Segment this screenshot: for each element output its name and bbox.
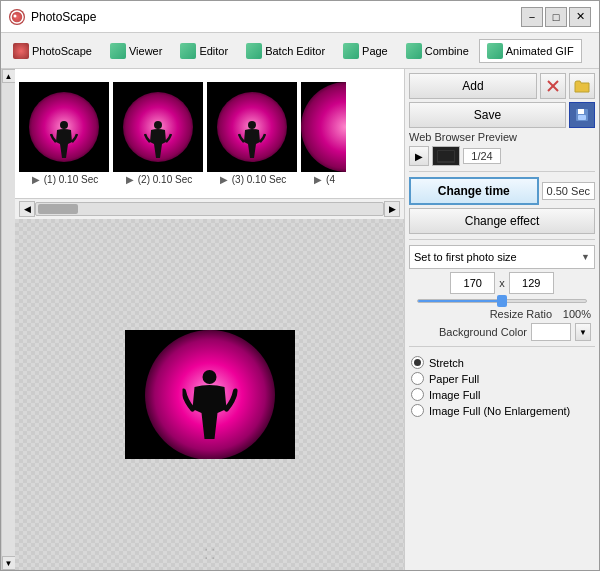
change-effect-button[interactable]: Change effect <box>409 208 595 234</box>
add-button[interactable]: Add <box>409 73 537 99</box>
tab-batch-editor[interactable]: Batch Editor <box>238 39 333 63</box>
scroll-down-arrow[interactable]: ▼ <box>2 556 16 570</box>
thumb-label-1: ▶ (1) 0.10 Sec <box>30 174 98 186</box>
left-panel: ▶ (1) 0.10 Sec <box>15 69 404 570</box>
tab-photoscape-label: PhotoScape <box>32 45 92 57</box>
add-save-row: Add <box>409 73 595 99</box>
radio-stretch-label: Stretch <box>429 357 464 369</box>
delete-icon <box>546 79 560 93</box>
frame-counter: 1/24 <box>463 148 501 164</box>
editor-tab-icon <box>180 43 196 59</box>
radio-image-full-no-enlarge[interactable]: Image Full (No Enlargement) <box>411 404 593 417</box>
background-color-dropdown[interactable]: ▼ <box>575 323 591 341</box>
thumb-image-2 <box>113 82 203 172</box>
tab-animated-gif[interactable]: Animated GIF <box>479 39 582 63</box>
background-color-swatch[interactable] <box>531 323 571 341</box>
scroll-track <box>2 83 15 556</box>
size-preset-row: Set to first photo size ▼ <box>409 245 595 269</box>
thumbnail-2[interactable]: ▶ (2) 0.10 Sec <box>113 82 203 186</box>
main-canvas: ⁚ ⁚ <box>15 219 404 570</box>
batch-editor-tab-icon <box>246 43 262 59</box>
size-slider-track[interactable] <box>417 299 587 303</box>
resize-handle[interactable]: ⁚ ⁚ <box>204 546 216 562</box>
slider-fill <box>418 300 502 302</box>
play-icon-4[interactable]: ▶ <box>312 174 324 186</box>
left-section: ▲ ▼ <box>1 69 404 570</box>
play-icon-2[interactable]: ▶ <box>124 174 136 186</box>
preview-row: Web Browser Preview <box>409 131 595 143</box>
playback-row: ▶ 1/24 <box>409 146 595 166</box>
svg-rect-9 <box>578 109 584 114</box>
preview-screen <box>432 146 460 166</box>
time-value-display: 0.50 Sec <box>542 182 595 200</box>
tab-batch-editor-label: Batch Editor <box>265 45 325 57</box>
horizontal-scroll-thumb <box>38 204 78 214</box>
photoscape-tab-icon <box>13 43 29 59</box>
silhouette-2 <box>144 120 172 164</box>
main-silhouette <box>182 369 237 449</box>
svg-point-2 <box>60 121 68 129</box>
radio-image-full[interactable]: Image Full <box>411 388 593 401</box>
thumbnail-1[interactable]: ▶ (1) 0.10 Sec <box>19 82 109 186</box>
slider-thumb[interactable] <box>497 295 507 307</box>
change-time-row: Change time 0.50 Sec <box>409 177 595 205</box>
change-time-button[interactable]: Change time <box>409 177 539 205</box>
vertical-scrollbar[interactable]: ▲ ▼ <box>1 69 15 570</box>
horizontal-scroll-track[interactable] <box>35 202 384 216</box>
separator-1 <box>409 171 595 172</box>
separator-2 <box>409 239 595 240</box>
play-icon-1[interactable]: ▶ <box>30 174 42 186</box>
tab-combine[interactable]: Combine <box>398 39 477 63</box>
content-area: ▲ ▼ <box>1 69 599 570</box>
radio-image-full-label: Image Full <box>429 389 480 401</box>
svg-rect-10 <box>578 115 586 120</box>
title-bar-left: PhotoScape <box>9 9 96 25</box>
play-button[interactable]: ▶ <box>409 146 429 166</box>
radio-stretch-circle <box>411 356 424 369</box>
radio-paper-full[interactable]: Paper Full <box>411 372 593 385</box>
maximize-button[interactable]: □ <box>545 7 567 27</box>
radio-stretch[interactable]: Stretch <box>411 356 593 369</box>
dropdown-arrow-icon: ▼ <box>581 252 590 262</box>
app-window: PhotoScape − □ ✕ PhotoScape Viewer Edito… <box>0 0 600 571</box>
scroll-right-arrow[interactable]: ▶ <box>384 201 400 217</box>
thumb-image-3 <box>207 82 297 172</box>
height-input[interactable] <box>509 272 554 294</box>
delete-icon-button[interactable] <box>540 73 566 99</box>
thumbnail-4-partial[interactable]: ▶ (4 <box>301 82 346 186</box>
screen-icon <box>437 150 455 163</box>
radio-image-full-no-enlarge-label: Image Full (No Enlargement) <box>429 405 570 417</box>
width-input[interactable] <box>450 272 495 294</box>
scroll-left-arrow[interactable]: ◀ <box>19 201 35 217</box>
size-inputs-row: x <box>409 272 595 294</box>
save-button[interactable]: Save <box>409 102 566 128</box>
size-x-label: x <box>499 277 505 289</box>
tab-editor[interactable]: Editor <box>172 39 236 63</box>
silhouette-1 <box>50 120 78 164</box>
fit-mode-radio-group: Stretch Paper Full Image Full Image Full… <box>409 352 595 421</box>
left-section-inner: ▲ ▼ <box>1 69 404 570</box>
horizontal-scrollbar-row: ◀ ▶ <box>15 199 404 219</box>
thumb-label-2: ▶ (2) 0.10 Sec <box>124 174 192 186</box>
close-button[interactable]: ✕ <box>569 7 591 27</box>
resize-ratio-label: Resize Ratio <box>490 308 552 320</box>
thumb-image-4 <box>301 82 346 172</box>
svg-rect-12 <box>438 151 454 161</box>
nav-bar: PhotoScape Viewer Editor Batch Editor Pa… <box>1 33 599 69</box>
size-preset-dropdown[interactable]: Set to first photo size ▼ <box>409 245 595 269</box>
radio-image-full-circle <box>411 388 424 401</box>
play-icon-3[interactable]: ▶ <box>218 174 230 186</box>
tab-page[interactable]: Page <box>335 39 396 63</box>
folder-icon-button[interactable] <box>569 73 595 99</box>
tab-animated-gif-label: Animated GIF <box>506 45 574 57</box>
save-icon-button[interactable] <box>569 102 595 128</box>
app-icon <box>9 9 25 25</box>
tab-viewer[interactable]: Viewer <box>102 39 170 63</box>
minimize-button[interactable]: − <box>521 7 543 27</box>
tab-photoscape[interactable]: PhotoScape <box>5 39 100 63</box>
size-slider-row <box>409 297 595 305</box>
thumbnail-3[interactable]: ▶ (3) 0.10 Sec <box>207 82 297 186</box>
scroll-up-arrow[interactable]: ▲ <box>2 69 16 83</box>
svg-point-4 <box>248 121 256 129</box>
tab-editor-label: Editor <box>199 45 228 57</box>
